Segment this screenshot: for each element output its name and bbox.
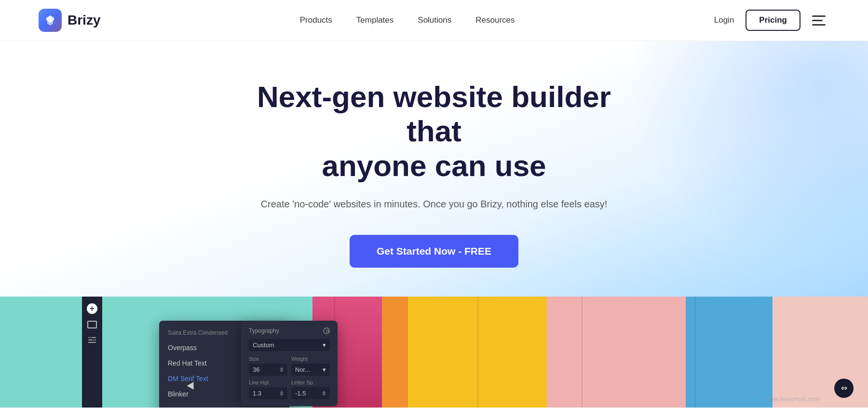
typography-panel-title: Typography ⚙ [249, 327, 330, 334]
svg-point-4 [90, 337, 92, 338]
linehgt-arrows [280, 391, 284, 396]
sidebar-settings-icon[interactable] [87, 335, 97, 345]
size-value[interactable]: 36 [249, 364, 287, 376]
hamburger-menu[interactable] [812, 12, 829, 29]
img-col-blue [686, 297, 773, 408]
line-hgt-value[interactable]: 1.3 [249, 387, 287, 399]
line-hgt-label: Line Hgt. [249, 380, 287, 385]
sidebar-plus-icon[interactable]: + [87, 303, 97, 314]
hero-subtitle: Create 'no-code' websites in minutes. On… [39, 196, 829, 212]
expand-icon: ⇔ [841, 383, 847, 393]
lettersp-arrows [322, 391, 326, 396]
letter-sp-value[interactable]: -1.5 [291, 387, 330, 399]
weight-field: Weight Nor... ▾ [291, 356, 330, 376]
linehgt-down-arrow[interactable] [280, 394, 284, 396]
nav-item-products[interactable]: Products [300, 15, 332, 25]
letter-sp-field: Letter Sp. -1.5 [291, 380, 330, 399]
pricing-button[interactable]: Pricing [746, 10, 800, 31]
size-field: Size 36 [249, 356, 287, 376]
custom-dropdown-area: Custom ▾ [249, 339, 330, 351]
logo-area[interactable]: Brizy [39, 9, 100, 32]
separator-2 [477, 297, 478, 408]
weight-dropdown[interactable]: Nor... ▾ [291, 364, 330, 376]
hero-title: Next-gen website builder that anyone can… [229, 80, 639, 183]
lettersp-up-arrow[interactable] [322, 391, 326, 393]
watermark: www.bianzhuiti.com [765, 395, 820, 403]
svg-text:⚙: ⚙ [326, 329, 329, 334]
hero-title-line1: Next-gen website builder that [257, 80, 611, 148]
size-down-arrow[interactable] [280, 370, 284, 372]
letter-sp-label: Letter Sp. [291, 380, 330, 385]
line-hgt-field: Line Hgt. 1.3 [249, 380, 287, 399]
logo-icon [39, 9, 62, 32]
size-up-arrow[interactable] [280, 367, 284, 369]
hamburger-line-3 [812, 24, 826, 26]
nav-item-resources[interactable]: Resources [475, 15, 515, 25]
nav-right: Login Pricing [714, 10, 829, 31]
sidebar-layers-icon[interactable] [87, 321, 97, 328]
weight-label: Weight [291, 356, 330, 362]
hero-section: Next-gen website builder that anyone can… [0, 41, 868, 297]
hamburger-line-2 [812, 20, 823, 21]
svg-rect-1 [88, 340, 96, 340]
editor-preview: + Saira Extra Condensed Overpass Red Hat… [0, 297, 868, 408]
settings-grid: Size 36 Weight Nor... ▾ Line Hgt. [249, 356, 330, 399]
img-col-rightpink [773, 297, 868, 408]
expand-button[interactable]: ⇔ [834, 379, 854, 398]
editor-sidebar: + [82, 297, 102, 408]
lettersp-down-arrow[interactable] [322, 394, 326, 396]
login-button[interactable]: Login [714, 15, 734, 25]
svg-point-6 [93, 339, 95, 340]
custom-dropdown[interactable]: Custom ▾ [249, 339, 330, 351]
linehgt-up-arrow[interactable] [280, 391, 284, 393]
nav-item-templates[interactable]: Templates [356, 15, 393, 25]
hero-title-line2: anyone can use [322, 149, 546, 182]
img-col-lightpink [547, 297, 686, 408]
svg-rect-2 [88, 342, 96, 343]
hamburger-line-1 [812, 15, 826, 17]
nav-links: Products Templates Solutions Resources [300, 15, 515, 25]
separator-3 [582, 297, 583, 408]
separator-4 [694, 297, 695, 408]
typography-settings-panel: Typography ⚙ Custom ▾ Size 36 [241, 321, 338, 406]
size-arrows [280, 367, 284, 372]
logo-name: Brizy [68, 13, 100, 28]
navbar: Brizy Products Templates Solutions Resou… [0, 0, 868, 41]
hero-cta-button[interactable]: Get Started Now - FREE [350, 235, 518, 268]
svg-rect-0 [88, 337, 96, 338]
nav-item-solutions[interactable]: Solutions [418, 15, 451, 25]
size-label: Size [249, 356, 287, 362]
